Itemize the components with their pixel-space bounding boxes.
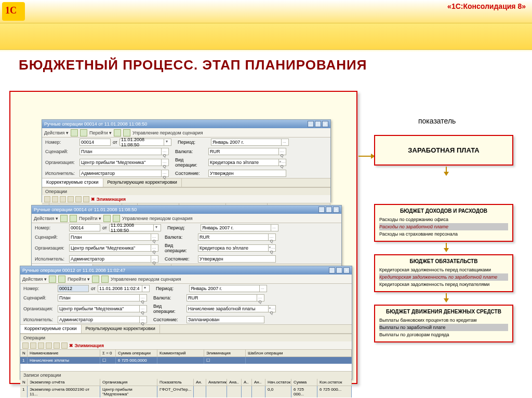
- grid2-row[interactable]: 1 Экземпляр отчета 00002190 от 11... Цен…: [20, 386, 352, 397]
- product-name: «1С:Консолидация 8»: [447, 2, 526, 10]
- state-input[interactable]: Утвержден: [198, 255, 276, 263]
- org-input[interactable]: Центр прибыли "Медтехника"…Q: [79, 159, 169, 166]
- state-label: Состояние:: [153, 317, 184, 322]
- settings-icon[interactable]: [101, 276, 109, 283]
- copy-icon[interactable]: [30, 342, 36, 349]
- scenario-period-button[interactable]: Управление периодом сценария: [111, 277, 181, 282]
- close-icon[interactable]: ×: [343, 267, 350, 273]
- goto-menu[interactable]: Перейти ▾: [79, 216, 101, 221]
- add-icon[interactable]: [22, 342, 29, 349]
- copy-icon[interactable]: [52, 196, 58, 202]
- flow-income-expense: БЮДЖЕТ ДОХОДОВ И РАСХОДОВ Расходы по сод…: [374, 204, 513, 242]
- org-input[interactable]: Центр прибыли "Медтехника"…Q: [58, 305, 147, 312]
- goto-menu[interactable]: Перейти ▾: [68, 277, 90, 282]
- scenario-input[interactable]: План…Q: [69, 234, 158, 241]
- optype-input[interactable]: Кредиторка по з/плате×…Q: [198, 244, 276, 252]
- executor-label: Исполнитель:: [35, 256, 67, 262]
- arrow-down-icon: [444, 298, 449, 303]
- executor-input[interactable]: Администратор…Q: [69, 255, 158, 263]
- close-icon[interactable]: ×: [322, 121, 328, 127]
- actions-menu[interactable]: Действия ▾: [44, 130, 69, 135]
- currency-input[interactable]: RUR…Q: [187, 294, 264, 301]
- actions-menu[interactable]: Действия ▾: [34, 216, 58, 221]
- scenario-period-button[interactable]: Управление периодом сценария: [132, 130, 203, 135]
- maximize-icon[interactable]: □: [336, 267, 342, 273]
- maximize-icon[interactable]: □: [315, 121, 321, 127]
- state-label: Состояние:: [175, 171, 206, 176]
- currency-label: Валюта:: [175, 149, 206, 154]
- refresh-icon[interactable]: [80, 129, 87, 136]
- flow-cashflow: БЮДЖЕТ ДВИЖЕНИЯ ДЕНЕЖНЫХ СРЕДСТВ Выплаты…: [374, 305, 513, 342]
- optype-label: Вид операции:: [153, 304, 184, 314]
- goto-menu[interactable]: Перейти ▾: [89, 130, 112, 135]
- ops-section-label: Операции: [42, 187, 330, 195]
- number-input[interactable]: 00012: [58, 285, 89, 292]
- executor-input[interactable]: Администратор…Q: [58, 316, 147, 323]
- refresh-icon[interactable]: [70, 215, 77, 222]
- date-input[interactable]: 11.01.2008 11:08:50▾: [119, 139, 171, 146]
- page-title: БЮДЖЕТНЫЙ ПРОЦЕСС. ЭТАП ПЛАНИРОВАНИЯ: [19, 57, 367, 73]
- scenario-input[interactable]: План…Q: [58, 294, 147, 301]
- help-icon[interactable]: [103, 215, 111, 222]
- delete-icon[interactable]: [68, 196, 74, 202]
- minimize-icon[interactable]: _: [318, 207, 325, 213]
- down-icon[interactable]: [83, 196, 89, 202]
- delete-icon[interactable]: [46, 342, 52, 349]
- tab-correcting[interactable]: Корректируемые строки: [42, 179, 103, 187]
- date-input[interactable]: 11.01.2008 11:08:50▾: [109, 224, 161, 231]
- org-label: Организация:: [45, 160, 77, 165]
- executor-label: Исполнитель:: [23, 317, 56, 322]
- help-icon[interactable]: [92, 276, 99, 283]
- save-icon[interactable]: [60, 215, 68, 222]
- elimination-button[interactable]: ✖ Элиминация: [69, 343, 104, 348]
- window-title: Ручные операции 00014 от 11.01.2008 11:0…: [34, 207, 137, 212]
- state-input[interactable]: Утвержден: [208, 170, 286, 177]
- period-input[interactable]: Январь 2007 г....: [211, 139, 289, 146]
- up-icon[interactable]: [75, 196, 82, 202]
- help-icon[interactable]: [114, 129, 121, 136]
- number-input[interactable]: 00014: [79, 139, 111, 146]
- ot-label: от: [91, 286, 96, 291]
- window-title: Ручные операции 00012 от 11.01.2008 11:0…: [22, 268, 125, 273]
- down-icon[interactable]: [61, 342, 68, 349]
- org-input[interactable]: Центр прибыли "Медтехника"…Q: [69, 244, 158, 252]
- tab-results[interactable]: Результирующие корректировки: [82, 325, 160, 333]
- currency-label: Валюта:: [153, 295, 184, 300]
- up-icon[interactable]: [54, 342, 60, 349]
- org-label: Организация:: [35, 245, 67, 251]
- add-icon[interactable]: [44, 196, 50, 202]
- settings-icon[interactable]: [123, 129, 130, 136]
- save-icon[interactable]: [49, 276, 56, 283]
- grid-row[interactable]: 1 Начисление з/платы ☐ 6 725 000,0000 ☐: [20, 357, 352, 364]
- tab-correcting[interactable]: Корректируемые строки: [20, 325, 82, 333]
- minimize-icon[interactable]: _: [308, 121, 314, 127]
- elimination-button[interactable]: ✖ Элиминация: [91, 197, 126, 202]
- scenario-input[interactable]: План…Q: [79, 148, 169, 155]
- edit-icon[interactable]: [60, 196, 66, 202]
- currency-input[interactable]: RUR…Q: [208, 148, 286, 155]
- period-input[interactable]: Январь 2007 г....: [189, 285, 267, 292]
- executor-label: Исполнитель:: [45, 171, 77, 176]
- state-input[interactable]: Запланирован: [187, 316, 264, 323]
- window-3: Ручные операции 00012 от 11.01.2008 11:0…: [20, 266, 352, 380]
- grid2-header: N Экземпляр отчёта Организация Показател…: [20, 379, 352, 386]
- optype-input[interactable]: Начисление заработной платы×…Q: [187, 305, 276, 312]
- edit-icon[interactable]: [38, 342, 44, 349]
- settings-icon[interactable]: [113, 215, 120, 222]
- actions-menu[interactable]: Действия ▾: [22, 277, 47, 282]
- scenario-period-button[interactable]: Управление периодом сценария: [122, 216, 193, 221]
- currency-input[interactable]: RUR…Q: [198, 234, 276, 241]
- tab-results[interactable]: Результирующие корректировки: [103, 179, 182, 187]
- maximize-icon[interactable]: □: [326, 207, 332, 213]
- refresh-icon[interactable]: [58, 276, 65, 283]
- save-icon[interactable]: [71, 129, 78, 136]
- minimize-icon[interactable]: _: [329, 267, 335, 273]
- executor-input[interactable]: Администратор…Q: [79, 170, 169, 177]
- currency-label: Валюта:: [165, 235, 196, 240]
- date-input[interactable]: 11.01.2008 11:02:4▾: [98, 285, 150, 292]
- close-icon[interactable]: ×: [333, 207, 339, 213]
- period-input[interactable]: Январь 2007 г....: [201, 224, 278, 231]
- optype-input[interactable]: Кредиторка по з/плате×…Q: [208, 159, 286, 166]
- number-input[interactable]: 00014: [69, 224, 100, 231]
- ot-label: от: [102, 225, 107, 230]
